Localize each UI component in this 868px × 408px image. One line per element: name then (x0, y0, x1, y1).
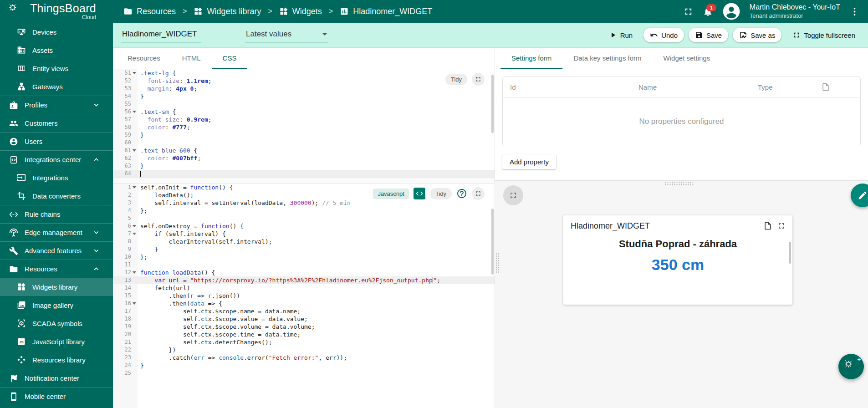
code-line[interactable]: 59} (113, 131, 495, 139)
thingsboard-logo[interactable]: ThingsBoard Cloud (8, 3, 111, 20)
thingsboard-help-fab[interactable]: + (838, 354, 864, 379)
resize-handle-vertical[interactable] (495, 253, 500, 273)
fold-arrow-icon[interactable] (131, 184, 138, 191)
code-line[interactable]: 23 .catch(err => console.error("Fetch er… (113, 354, 495, 362)
code-line[interactable]: 51.text-lg { (113, 69, 495, 77)
code-line[interactable]: 24} (113, 362, 495, 369)
code-line[interactable]: 52 font-size: 1.1rem; (113, 77, 495, 85)
code-line[interactable]: 10}; (113, 253, 495, 261)
sidebar-item-rule-chains[interactable]: Rule chains (0, 205, 113, 223)
sidebar-item-data-converters[interactable]: Data converters (0, 187, 113, 205)
fold-arrow-icon[interactable] (131, 300, 138, 307)
editor-splitter[interactable] (113, 178, 495, 184)
code-icon[interactable] (414, 188, 425, 199)
sidebar-item-mobile-center[interactable]: Mobile center (0, 387, 113, 405)
sidebar-item-edge-management[interactable]: Edge management (0, 223, 113, 241)
settings-tab-settings-form[interactable]: Settings form (500, 48, 562, 69)
file-icon[interactable] (821, 82, 853, 92)
preview-fullscreen-icon[interactable] (503, 185, 523, 205)
widget-card-scrollbar[interactable] (789, 242, 791, 264)
sidebar-item-assets[interactable]: Assets (0, 41, 113, 59)
code-line[interactable]: 55 (113, 100, 495, 108)
resize-handle-horizontal[interactable] (664, 182, 694, 186)
widget-fullscreen-icon[interactable] (777, 221, 786, 230)
code-line[interactable]: 4}; (113, 207, 495, 214)
code-line[interactable]: 57 font-size: 0.9rem; (113, 116, 495, 123)
edit-pencil-fab[interactable] (851, 184, 868, 207)
sidebar-item-profiles[interactable]: Profiles (0, 96, 113, 114)
sidebar-item-gateways[interactable]: Gateways (0, 77, 113, 96)
sidebar-item-widgets-library[interactable]: Widgets library (0, 278, 113, 296)
code-line[interactable]: 12function loadData() { (113, 269, 495, 276)
js-editor-scrollbar[interactable] (491, 209, 494, 275)
code-line[interactable]: 22 }) (113, 346, 495, 354)
code-line[interactable]: 13 var url = "https://corsproxy.io/?http… (113, 276, 495, 284)
more-vert-icon[interactable] (849, 6, 860, 17)
editor-tab-resources[interactable]: Resources (117, 48, 171, 69)
add-property-button[interactable]: Add property (502, 154, 556, 169)
settings-tab-data-key-settings-form[interactable]: Data key settings form (562, 48, 652, 69)
sidebar-item-scada-symbols[interactable]: SCADA symbols (0, 314, 113, 332)
code-line[interactable]: 7 if (self.interval) { (113, 230, 495, 238)
code-line[interactable]: 5 (113, 214, 495, 222)
js-fullscreen-icon[interactable] (472, 187, 485, 200)
code-line[interactable]: 3 self.interval = setInterval(loadData, … (113, 199, 495, 207)
javascript-editor[interactable]: 1self.onInit = function() {2 loadData();… (113, 184, 495, 408)
fold-arrow-icon[interactable] (131, 108, 138, 116)
sidebar-item-resources[interactable]: Resources (0, 260, 113, 278)
save-button[interactable]: Save (689, 28, 728, 42)
breadcrumb-item-resources[interactable]: Resources (123, 7, 176, 16)
code-line[interactable]: 61.text-blue-600 { (113, 147, 495, 154)
notifications-bell-icon[interactable]: 1 (703, 6, 713, 17)
css-editor-scrollbar[interactable] (491, 75, 494, 133)
code-line[interactable]: 60 (113, 139, 495, 147)
code-line[interactable]: 21 self.ctx.detectChanges(); (113, 338, 495, 346)
code-line[interactable]: 15 .then(r => r.json()) (113, 292, 495, 300)
fold-arrow-icon[interactable] (131, 147, 138, 154)
code-line[interactable]: 19 self.ctx.$scope.volume = data.volume; (113, 323, 495, 331)
code-line[interactable]: 54} (113, 92, 495, 100)
css-editor[interactable]: 51.text-lg {52 font-size: 1.1rem;53 marg… (113, 69, 495, 178)
sidebar-item-integrations-center[interactable]: Integrations center (0, 150, 113, 168)
sidebar-item-entity-views[interactable]: Entity views (0, 59, 113, 77)
code-line[interactable]: 64 (113, 170, 495, 178)
editor-tab-css[interactable]: CSS (212, 48, 248, 69)
code-line[interactable]: 11 (113, 261, 495, 269)
editor-tab-html[interactable]: HTML (171, 48, 212, 69)
fold-arrow-icon[interactable] (131, 269, 138, 276)
code-line[interactable]: 6self.onDestroy = function() { (113, 222, 495, 230)
sidebar-item-devices[interactable]: Devices (0, 23, 113, 41)
js-tidy-button[interactable]: Tidy (430, 188, 452, 199)
code-line[interactable]: 18 self.ctx.$scope.value = data.value; (113, 315, 495, 323)
sidebar-item-resources-library[interactable]: Resources library (0, 351, 113, 369)
code-line[interactable]: 25 (113, 369, 495, 377)
fold-arrow-icon[interactable] (131, 69, 138, 77)
code-line[interactable]: 56.text-sm { (113, 108, 495, 116)
fullscreen-icon[interactable] (683, 6, 694, 17)
code-line[interactable]: 58 color: #777; (113, 123, 495, 131)
breadcrumb-item-widgets-library[interactable]: Widgets library (194, 7, 261, 16)
code-line[interactable]: 14 fetch(url) (113, 284, 495, 292)
sidebar-item-integrations[interactable]: Integrations (0, 168, 113, 187)
css-fullscreen-icon[interactable] (472, 73, 485, 86)
settings-tab-widget-settings[interactable]: Widget settings (653, 48, 721, 69)
code-line[interactable]: 63} (113, 162, 495, 170)
widget-export-icon[interactable] (763, 221, 772, 230)
undo-button[interactable]: Undo (643, 28, 684, 42)
code-line[interactable]: 53 margin: 4px 0; (113, 85, 495, 92)
fold-arrow-icon[interactable] (131, 230, 138, 238)
breadcrumb-item-hladinomer-widget[interactable]: Hladinomer_WIDGET (340, 7, 432, 16)
code-line[interactable]: 9 } (113, 245, 495, 253)
code-line[interactable]: 16 .then(data => { (113, 300, 495, 307)
sidebar-item-customers[interactable]: Customers (0, 114, 113, 132)
fold-arrow-icon[interactable] (131, 222, 138, 230)
sidebar-item-image-gallery[interactable]: Image gallery (0, 296, 113, 314)
sidebar-item-javascript-library[interactable]: JSJavaScript library (0, 332, 113, 351)
save-as-button[interactable]: Save as (733, 28, 781, 42)
help-icon[interactable] (456, 188, 467, 199)
widget-name-input[interactable] (121, 28, 201, 42)
sidebar-item-advanced-features[interactable]: Advanced features (0, 241, 113, 260)
code-line[interactable]: 17 self.ctx.$scope.name = data.name; (113, 307, 495, 315)
bundle-select[interactable]: Latest values (245, 28, 328, 42)
avatar[interactable] (722, 2, 740, 20)
